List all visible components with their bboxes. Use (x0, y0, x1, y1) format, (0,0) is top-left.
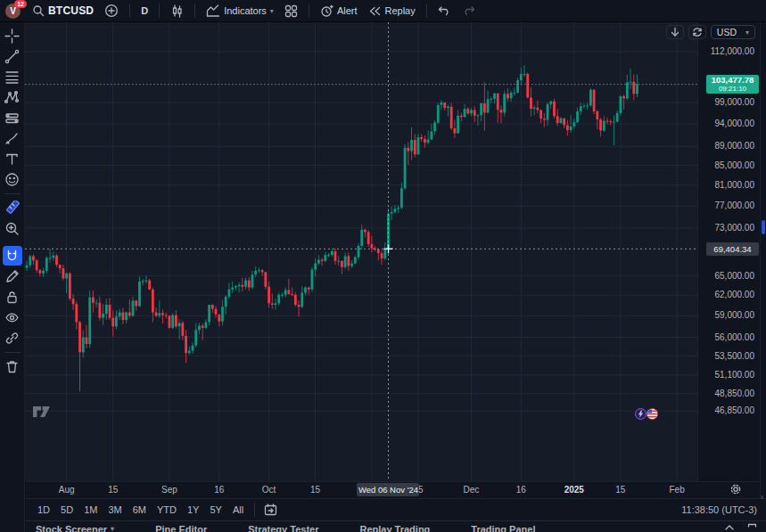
undo-button[interactable] (433, 4, 456, 18)
range-button-3m[interactable]: 3M (103, 502, 127, 518)
maximize-panel-icon[interactable] (747, 523, 757, 532)
stay-in-drawing-mode-tool[interactable] (3, 266, 22, 286)
emoji-tool[interactable] (3, 169, 22, 189)
expand-panel-chevron-icon[interactable]: › (761, 493, 763, 502)
price-tick-label: 99,000.00 (715, 97, 755, 107)
time-tick-label: 16 (516, 485, 526, 495)
chevron-down-icon: ▾ (745, 29, 749, 37)
trend-line-tool[interactable] (3, 46, 22, 66)
price-tick-label: 56,000.00 (715, 332, 755, 342)
crosshair-tool[interactable] (3, 26, 22, 45)
alert-button[interactable]: Alert (316, 3, 362, 20)
fib-retracement-tool[interactable] (3, 67, 22, 86)
right-panel-edge[interactable]: › (760, 22, 766, 498)
trend-line-icon (4, 49, 20, 64)
price-tick-label: 59,000.00 (715, 310, 755, 320)
currency-dropdown[interactable]: USD ▾ (711, 25, 755, 39)
text-icon (4, 151, 20, 167)
range-button-1m[interactable]: 1M (78, 502, 103, 518)
zoom-in-tool[interactable] (3, 218, 22, 238)
panel-tab-pine-editor[interactable]: Pine Editor (155, 523, 207, 532)
tradingview-window: V 12 BTCUSD D Indicators ▾ Alert (0, 0, 766, 532)
symbol-label: BTCUSD (48, 4, 94, 17)
symbol-search-button[interactable]: BTCUSD (28, 3, 98, 19)
toolbar-separator (309, 4, 309, 18)
lock-all-drawings-tool[interactable] (3, 287, 22, 307)
sync-drawings-tool[interactable] (3, 328, 22, 348)
arrow-down-icon (670, 27, 680, 37)
scroll-to-recent-button[interactable] (666, 25, 684, 39)
lightning-event-icon[interactable] (635, 408, 647, 420)
calendar-go-to-icon (264, 503, 277, 516)
toolbar-separator (254, 503, 255, 517)
brush-tool[interactable] (3, 128, 22, 148)
price-axis[interactable]: 103,477.78 09:21:10 69,404.34 112,000.00… (697, 22, 760, 481)
interval-label: D (141, 5, 148, 16)
interval-button[interactable]: D (136, 4, 152, 18)
price-tick-label: 62,000.00 (715, 290, 755, 299)
price-tick-label: 112,000.00 (711, 46, 754, 56)
range-button-1y[interactable]: 1Y (182, 502, 204, 518)
time-tick-label: 15 (310, 485, 320, 495)
go-to-date-button[interactable] (260, 502, 281, 518)
price-tick-label: 77,000.00 (715, 201, 755, 210)
panel-tab-stock-screener[interactable]: Stock Screener▾ (36, 523, 114, 532)
range-button-6m[interactable]: 6M (128, 502, 152, 518)
toolbar-separator (426, 4, 427, 18)
indicators-button[interactable]: Indicators ▾ (202, 3, 278, 20)
xabcd-pattern-tool[interactable] (3, 87, 22, 107)
top-toolbar: V 12 BTCUSD D Indicators ▾ Alert (0, 0, 766, 22)
time-tick-label: 15 (615, 485, 625, 495)
candlestick-chart-icon (170, 4, 184, 18)
reset-chart-button[interactable] (688, 25, 706, 39)
time-axis[interactable]: Aug15Sep16Oct15Nov15Dec16202515FebWed 06… (25, 481, 760, 498)
remove-drawings-tool[interactable] (3, 356, 22, 376)
text-tool[interactable] (3, 149, 22, 168)
panel-tab-replay-trading[interactable]: Replay Trading (359, 523, 430, 532)
projection-tool[interactable] (3, 108, 22, 127)
currency-value: USD (717, 27, 737, 37)
range-button-all[interactable]: All (227, 502, 249, 518)
compare-add-symbol-button[interactable] (100, 2, 123, 20)
redo-button[interactable] (457, 4, 480, 18)
replay-button[interactable]: Replay (364, 4, 420, 19)
zoom-in-icon (4, 221, 20, 236)
ruler-icon (4, 201, 20, 216)
ruler-tool[interactable] (3, 198, 22, 217)
drawing-toolbar (0, 22, 25, 532)
chart-type-button[interactable] (166, 3, 188, 20)
trash-icon (4, 359, 20, 374)
indicators-label: Indicators (224, 5, 267, 16)
range-button-1d[interactable]: 1D (32, 502, 55, 518)
alert-label: Alert (337, 5, 358, 16)
bar-close-countdown: 09:21:10 (706, 85, 759, 93)
time-axis-settings-button[interactable] (729, 483, 742, 499)
user-avatar[interactable]: V 12 (5, 4, 21, 19)
chevron-up-icon[interactable] (724, 523, 735, 532)
last-price-value: 103,477.78 (706, 76, 759, 85)
crosshair-icon (4, 29, 20, 44)
last-price-badge: 103,477.78 09:21:10 (706, 75, 759, 94)
scrollbar-thumb[interactable] (762, 220, 765, 234)
emoji-icon (4, 172, 20, 187)
magnet-tool[interactable] (3, 246, 22, 266)
plus-circle-icon (104, 4, 119, 18)
crosshair-price-badge: 69,404.34 (706, 242, 759, 256)
indicator-templates-button[interactable] (280, 3, 302, 20)
pencil-icon (4, 269, 20, 284)
clock-label[interactable]: 11:38:50 (UTC-3) (681, 504, 759, 515)
panel-tab-strategy-tester[interactable]: Strategy Tester (248, 523, 318, 532)
hide-all-drawings-tool[interactable] (3, 307, 22, 327)
panel-tab-trading-panel[interactable]: Trading Panel (471, 523, 535, 532)
range-button-5d[interactable]: 5D (55, 502, 78, 518)
lock-icon (4, 290, 20, 305)
range-button-ytd[interactable]: YTD (152, 502, 182, 518)
alert-clock-icon (320, 4, 334, 18)
templates-grid-icon (284, 4, 298, 18)
price-tick-label: 65,000.00 (715, 271, 755, 281)
range-button-5y[interactable]: 5Y (204, 502, 227, 518)
chart-pane[interactable] (25, 22, 697, 481)
chevron-down-icon: ▾ (270, 7, 274, 15)
undo-icon (438, 5, 451, 16)
time-tick-label: 15 (108, 485, 118, 495)
